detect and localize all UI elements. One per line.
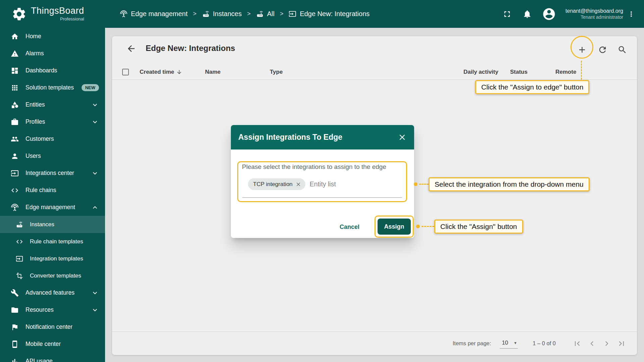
breadcrumb-label: Edge management — [131, 10, 188, 18]
sidebar-item-label: Integration templates — [30, 255, 83, 262]
sidebar-item-integration-templates[interactable]: Integration templates — [0, 250, 105, 267]
user-role: Tenant administrator — [559, 14, 623, 20]
sidebar-item-alarms[interactable]: Alarms — [0, 45, 105, 62]
search-button[interactable] — [615, 42, 630, 57]
next-page-button[interactable] — [599, 336, 614, 351]
breadcrumb-item-instances[interactable]: Instances — [202, 10, 242, 18]
breadcrumb-item-all[interactable]: All — [256, 10, 275, 18]
notifications-button[interactable] — [523, 9, 532, 19]
category-icon — [11, 101, 19, 109]
flag-icon — [11, 323, 19, 331]
bell-icon — [523, 9, 532, 19]
sidebar-item-label: Alarms — [26, 50, 44, 57]
sidebar-item-advanced-features[interactable]: Advanced features — [0, 284, 105, 301]
sidebar-item-rule-chains[interactable]: Rule chains — [0, 182, 105, 199]
briefcase-icon — [11, 118, 19, 126]
breadcrumb-item-edge-integrations[interactable]: Edge New: Integrations — [289, 10, 369, 18]
sidebar-item-users[interactable]: Users — [0, 147, 105, 165]
previous-page-button[interactable] — [585, 336, 599, 351]
entity-list-input[interactable]: Entity list — [310, 180, 336, 188]
column-label: Name — [205, 69, 220, 75]
sidebar-item-integrations-center[interactable]: Integrations center — [0, 165, 105, 182]
assign-button[interactable]: Assign — [378, 219, 411, 235]
user-info: tenant@thingsboard.org Tenant administra… — [559, 8, 623, 20]
field-label: Please select the integrations to assign… — [242, 163, 386, 171]
sidebar-item-entities[interactable]: Entities — [0, 96, 105, 113]
sidebar-item-label: Integrations center — [26, 170, 74, 177]
breadcrumb-separator: > — [247, 10, 251, 17]
sidebar-item-label: API usage — [26, 358, 53, 362]
dashboard-icon — [11, 67, 19, 75]
sidebar-item-edge-management[interactable]: Edge management — [0, 199, 105, 216]
column-header-remote[interactable]: Remote — [555, 69, 576, 75]
column-header-status[interactable]: Status — [510, 69, 528, 75]
phone-icon — [11, 340, 19, 348]
sidebar-item-converter-templates[interactable]: Converter templates — [0, 267, 105, 284]
sidebar-item-label: Profiles — [26, 118, 45, 125]
cancel-button[interactable]: Cancel — [334, 220, 365, 234]
sidebar-item-resources[interactable]: Resources — [0, 301, 105, 318]
annotation-connector-2 — [419, 184, 429, 185]
select-all-checkbox[interactable] — [122, 69, 129, 75]
fullscreen-button[interactable] — [502, 9, 512, 19]
column-label: Status — [510, 69, 528, 75]
sidebar: Home Alarms Dashboards Solution template… — [0, 28, 105, 362]
annotation-connector-3 — [422, 226, 434, 227]
breadcrumb: Edge management > Instances > All > Edge… — [120, 10, 369, 18]
breadcrumb-label: Instances — [213, 10, 242, 18]
sidebar-item-label: Advanced features — [26, 289, 75, 296]
brand-name: ThingsBoard — [31, 6, 84, 15]
chevron-down-icon — [91, 306, 99, 314]
annotation-dot-2 — [414, 182, 417, 186]
assign-integrations-dialog: Assign Integrations To Edge Please selec… — [231, 125, 414, 238]
sidebar-item-rule-chain-templates[interactable]: Rule chain templates — [0, 233, 105, 250]
apps-icon — [11, 84, 19, 92]
sidebar-item-label: Resources — [26, 306, 54, 313]
user-avatar[interactable] — [542, 7, 556, 21]
sidebar-item-dashboards[interactable]: Dashboards — [0, 62, 105, 79]
last-page-button[interactable] — [614, 336, 629, 351]
refresh-button[interactable] — [595, 42, 610, 57]
sidebar-item-profiles[interactable]: Profiles — [0, 113, 105, 130]
page-range-label: 1 – 0 of 0 — [533, 340, 556, 347]
account-icon — [542, 7, 556, 21]
sidebar-item-label: Converter templates — [30, 273, 81, 279]
column-label: Created time — [140, 69, 174, 75]
column-header-created-time[interactable]: Created time — [140, 69, 182, 75]
column-label: Remote — [555, 69, 576, 75]
integration-icon — [16, 255, 23, 262]
first-page-button[interactable] — [570, 336, 585, 351]
home-icon — [11, 33, 19, 41]
column-header-daily-activity[interactable]: Daily activity — [463, 69, 498, 75]
more-menu-button[interactable] — [627, 10, 635, 18]
sidebar-item-customers[interactable]: Customers — [0, 130, 105, 147]
column-header-type[interactable]: Type — [270, 69, 283, 75]
sidebar-item-solution-templates[interactable]: Solution templates NEW — [0, 79, 105, 96]
column-header-name[interactable]: Name — [205, 69, 220, 75]
people-icon — [11, 135, 19, 143]
dialog-close-button[interactable] — [398, 133, 407, 142]
sidebar-item-label: Edge management — [26, 204, 75, 211]
antenna-icon — [120, 10, 128, 18]
thingsboard-app: ThingsBoard Professional Edge management… — [0, 0, 644, 362]
sidebar-item-notification-center[interactable]: Notification center — [0, 318, 105, 336]
brand-logo[interactable]: ThingsBoard Professional — [0, 6, 105, 22]
chevron-down-icon — [91, 289, 99, 297]
back-button[interactable] — [126, 44, 136, 54]
sidebar-item-mobile-center[interactable]: Mobile center — [0, 336, 105, 353]
sidebar-item-label: Solution templates — [26, 84, 74, 91]
items-per-page-label: Items per page: — [453, 340, 491, 347]
folder-icon — [11, 306, 19, 314]
chip-remove-icon[interactable] — [295, 181, 301, 187]
code-icon — [11, 186, 19, 194]
integration-chip[interactable]: TCP integration — [248, 178, 305, 190]
breadcrumb-item-edge-management[interactable]: Edge management — [120, 10, 188, 18]
dialog-header: Assign Integrations To Edge — [231, 125, 414, 149]
sidebar-item-api-usage[interactable]: API usage — [0, 353, 105, 362]
router-icon — [16, 221, 23, 228]
sidebar-item-home[interactable]: Home — [0, 28, 105, 45]
sidebar-item-label: Rule chain templates — [30, 238, 83, 245]
items-per-page-select[interactable]: 10 ▼ — [500, 338, 518, 349]
sidebar-item-instances[interactable]: Instances — [0, 216, 105, 233]
integrations-field: TCP integration Entity list — [248, 178, 336, 190]
